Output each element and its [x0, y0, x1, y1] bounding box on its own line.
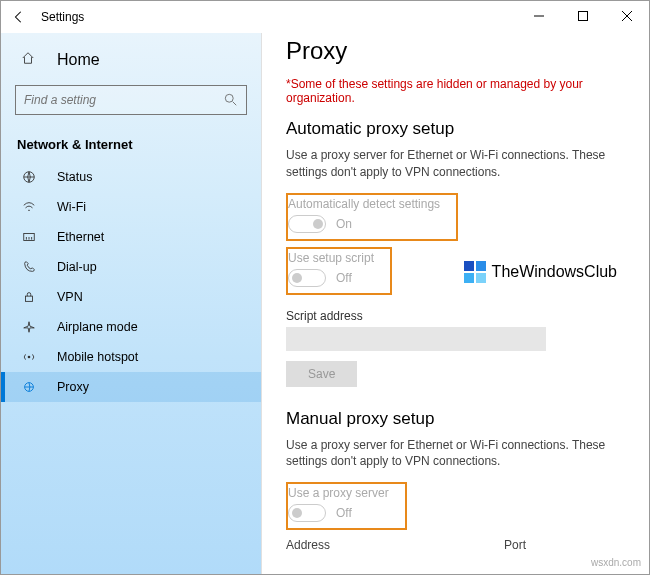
- nav-label: VPN: [57, 290, 83, 304]
- minimize-icon: [534, 11, 544, 21]
- svg-rect-12: [26, 296, 33, 301]
- sidebar-item-home[interactable]: Home: [1, 43, 261, 77]
- sidebar: Home Network & Internet Status Wi-Fi Eth…: [1, 33, 261, 574]
- sidebar-item-status[interactable]: Status: [1, 162, 261, 192]
- svg-point-13: [28, 356, 31, 359]
- nav-label: Status: [57, 170, 92, 184]
- nav-label: Airplane mode: [57, 320, 138, 334]
- home-label: Home: [57, 51, 100, 69]
- window-title: Settings: [41, 10, 84, 24]
- setup-script-toggle[interactable]: [288, 269, 326, 287]
- home-icon: [21, 51, 37, 69]
- arrow-left-icon: [12, 10, 26, 24]
- svg-rect-1: [579, 12, 588, 21]
- org-warning: *Some of these settings are hidden or ma…: [286, 77, 625, 105]
- script-address-label: Script address: [286, 309, 625, 323]
- search-input[interactable]: [24, 93, 224, 107]
- nav-label: Proxy: [57, 380, 89, 394]
- sidebar-item-ethernet[interactable]: Ethernet: [1, 222, 261, 252]
- back-button[interactable]: [7, 5, 31, 29]
- close-button[interactable]: [605, 1, 649, 31]
- nav-label: Ethernet: [57, 230, 104, 244]
- use-proxy-label: Use a proxy server: [288, 486, 389, 500]
- credit: wsxdn.com: [591, 557, 641, 568]
- dialup-icon: [21, 260, 37, 274]
- setup-script-label: Use setup script: [288, 251, 374, 265]
- address-label: Address: [286, 538, 330, 552]
- vpn-icon: [21, 290, 37, 304]
- brand-logo-icon: [464, 261, 486, 283]
- brand-overlay: TheWindowsClub: [464, 261, 617, 283]
- auto-detect-state: On: [336, 217, 352, 231]
- close-icon: [622, 11, 632, 21]
- hotspot-icon: [21, 350, 37, 364]
- manual-section-desc: Use a proxy server for Ethernet or Wi-Fi…: [286, 437, 625, 471]
- auto-detect-block: Automatically detect settings On: [286, 193, 458, 241]
- sidebar-item-dialup[interactable]: Dial-up: [1, 252, 261, 282]
- use-proxy-toggle[interactable]: [288, 504, 326, 522]
- setup-script-state: Off: [336, 271, 352, 285]
- nav-label: Mobile hotspot: [57, 350, 138, 364]
- page-title: Proxy: [286, 37, 625, 65]
- sidebar-item-airplane[interactable]: Airplane mode: [1, 312, 261, 342]
- auto-section-desc: Use a proxy server for Ethernet or Wi-Fi…: [286, 147, 625, 181]
- search-box[interactable]: [15, 85, 247, 115]
- sidebar-item-vpn[interactable]: VPN: [1, 282, 261, 312]
- auto-detect-label: Automatically detect settings: [288, 197, 440, 211]
- svg-point-4: [225, 94, 233, 102]
- save-button[interactable]: Save: [286, 361, 357, 387]
- maximize-icon: [578, 11, 588, 21]
- wifi-icon: [21, 200, 37, 214]
- brand-text: TheWindowsClub: [492, 263, 617, 281]
- sidebar-item-hotspot[interactable]: Mobile hotspot: [1, 342, 261, 372]
- use-proxy-block: Use a proxy server Off: [286, 482, 407, 530]
- use-proxy-state: Off: [336, 506, 352, 520]
- maximize-button[interactable]: [561, 1, 605, 31]
- ethernet-icon: [21, 230, 37, 244]
- content-area: Proxy *Some of these settings are hidden…: [261, 33, 649, 574]
- search-icon: [224, 93, 238, 107]
- status-icon: [21, 170, 37, 184]
- sidebar-category: Network & Internet: [1, 131, 261, 162]
- minimize-button[interactable]: [517, 1, 561, 31]
- nav-label: Wi-Fi: [57, 200, 86, 214]
- script-address-input[interactable]: [286, 327, 546, 351]
- port-label: Port: [504, 538, 526, 552]
- manual-section-title: Manual proxy setup: [286, 409, 625, 429]
- nav-label: Dial-up: [57, 260, 97, 274]
- window-controls: [517, 1, 649, 31]
- airplane-icon: [21, 320, 37, 334]
- proxy-icon: [21, 380, 37, 394]
- svg-line-5: [233, 102, 237, 106]
- setup-script-block: Use setup script Off: [286, 247, 392, 295]
- auto-detect-toggle[interactable]: [288, 215, 326, 233]
- sidebar-item-wifi[interactable]: Wi-Fi: [1, 192, 261, 222]
- sidebar-item-proxy[interactable]: Proxy: [1, 372, 261, 402]
- auto-section-title: Automatic proxy setup: [286, 119, 625, 139]
